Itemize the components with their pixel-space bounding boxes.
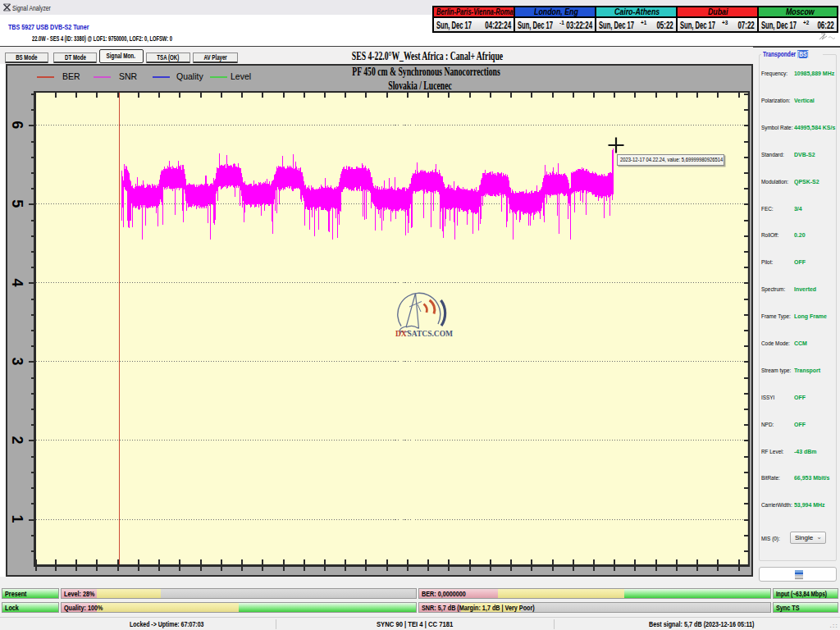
- svg-text:1: 1: [9, 514, 25, 523]
- svg-text:SATCS.COM: SATCS.COM: [408, 330, 454, 338]
- svg-text:3: 3: [9, 357, 25, 365]
- svg-text:4: 4: [9, 278, 25, 286]
- svg-text:6: 6: [9, 121, 25, 129]
- svg-text:2: 2: [9, 436, 25, 444]
- svg-text:5: 5: [9, 199, 25, 208]
- svg-text:DX: DX: [395, 330, 407, 338]
